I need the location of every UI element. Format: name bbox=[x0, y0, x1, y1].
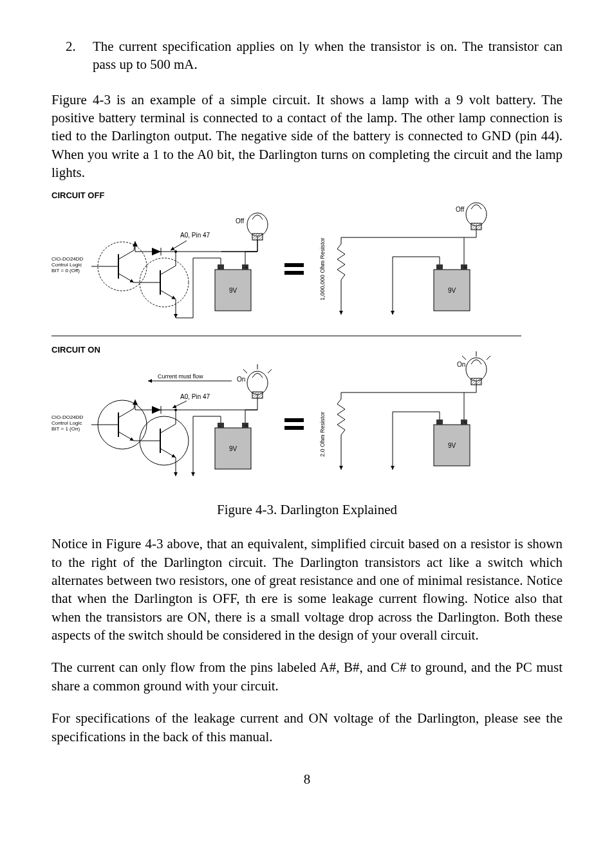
svg-line-56 bbox=[172, 401, 187, 408]
svg-line-64 bbox=[160, 448, 176, 457]
svg-rect-39 bbox=[284, 271, 304, 275]
paragraph-1: Figure 4-3 is an example of a simple cir… bbox=[51, 91, 563, 182]
svg-line-4 bbox=[118, 273, 134, 282]
svg-point-44 bbox=[466, 203, 487, 226]
lamp-off-right: Off bbox=[456, 203, 487, 230]
svg-line-0 bbox=[171, 241, 187, 250]
lamp-on-label-2: On bbox=[457, 361, 465, 368]
logic-on-l2: Control Logic bbox=[51, 420, 82, 426]
svg-rect-45 bbox=[471, 223, 481, 230]
list-number: 2. bbox=[66, 37, 93, 74]
paragraph-3: The current can only flow from the pins … bbox=[51, 658, 563, 695]
resistor-off-label: 1,000,000 Ohm Resistor bbox=[319, 238, 326, 301]
battery-v-4: 9V bbox=[448, 442, 456, 449]
svg-point-79 bbox=[247, 371, 268, 394]
list-text: The current specification applies on ly … bbox=[93, 37, 563, 74]
figure-svg: CIRCUIT OFF A0, Pin 47 bbox=[51, 189, 534, 492]
svg-text:-: - bbox=[438, 420, 440, 425]
battery-v-3: 9V bbox=[229, 445, 237, 452]
lamp-off-left: Off bbox=[236, 213, 268, 240]
svg-line-3 bbox=[118, 250, 134, 259]
equiv-circuit-off: 1,000,000 Ohm Resistor Off bbox=[319, 203, 487, 315]
svg-text:+: + bbox=[463, 420, 467, 425]
equals-sign-on bbox=[284, 418, 304, 430]
lamp-off-label-2: Off bbox=[456, 206, 464, 213]
battery-off-left: - + 9V bbox=[215, 264, 251, 311]
svg-rect-95 bbox=[284, 426, 304, 430]
circuit-off-section: CIRCUIT OFF A0, Pin 47 bbox=[51, 190, 487, 318]
paragraph-4: For specifications of the leakage curren… bbox=[51, 709, 563, 746]
svg-text:-: - bbox=[438, 264, 440, 270]
pin-label-off: A0, Pin 47 bbox=[180, 232, 210, 239]
svg-rect-101 bbox=[471, 378, 481, 385]
svg-rect-94 bbox=[284, 418, 304, 422]
paragraph-2: Notice in Figure 4-3 above, that an equi… bbox=[51, 535, 563, 644]
logic-off-l2: Control Logic bbox=[51, 262, 82, 268]
svg-line-59 bbox=[118, 409, 134, 418]
pin-label-on: A0, Pin 47 bbox=[180, 393, 210, 400]
page-number: 8 bbox=[51, 771, 563, 788]
svg-line-60 bbox=[118, 432, 134, 441]
current-flow-label: Current must flow bbox=[158, 373, 203, 380]
svg-rect-80 bbox=[252, 392, 263, 398]
battery-v-1: 9V bbox=[229, 287, 237, 294]
battery-on-right: - + 9V bbox=[434, 420, 470, 466]
logic-on-l1: CIO-DO24DD bbox=[51, 414, 84, 420]
lamp-on-right: On bbox=[457, 351, 490, 385]
lamp-on-left: On bbox=[237, 364, 272, 398]
svg-line-81 bbox=[243, 369, 247, 373]
lamp-off-label-1: Off bbox=[236, 217, 244, 225]
svg-text:-: - bbox=[219, 423, 221, 429]
svg-text:+: + bbox=[245, 423, 248, 429]
circuit-on-section: CIRCUIT ON Current must flow A0, Pin 47 bbox=[51, 345, 490, 476]
svg-rect-24 bbox=[252, 234, 263, 240]
page: 2. The current specification applies on … bbox=[0, 0, 614, 813]
svg-line-8 bbox=[160, 290, 176, 299]
logic-off-l3: BIT = 0 (Off) bbox=[51, 268, 80, 273]
svg-line-63 bbox=[160, 424, 176, 433]
list-item-2: 2. The current specification applies on … bbox=[51, 37, 563, 74]
battery-off-right: - + 9V bbox=[434, 264, 470, 311]
svg-marker-71 bbox=[152, 406, 161, 414]
circuit-on-title: CIRCUIT ON bbox=[51, 345, 100, 355]
svg-text:+: + bbox=[245, 264, 248, 270]
svg-line-7 bbox=[160, 266, 176, 275]
svg-marker-15 bbox=[152, 248, 161, 255]
svg-text:-: - bbox=[219, 264, 221, 270]
figure-4-3: CIRCUIT OFF A0, Pin 47 bbox=[51, 189, 563, 518]
battery-v-2: 9V bbox=[448, 287, 456, 294]
svg-line-82 bbox=[268, 369, 272, 373]
svg-point-100 bbox=[466, 358, 487, 381]
resistor-on-label: 2.0 Ohm Resistor bbox=[319, 412, 326, 457]
logic-on-l3: BIT = 1 (On) bbox=[51, 426, 80, 432]
svg-rect-38 bbox=[284, 263, 304, 267]
svg-text:+: + bbox=[463, 264, 467, 270]
lamp-on-label-1: On bbox=[237, 376, 245, 383]
logic-off-l1: CIO-DO24DD bbox=[51, 256, 84, 262]
svg-point-23 bbox=[247, 213, 268, 236]
circuit-off-title: CIRCUIT OFF bbox=[51, 190, 104, 200]
battery-on-left: - + 9V bbox=[215, 423, 251, 469]
svg-line-102 bbox=[462, 356, 466, 360]
equiv-circuit-on: 2.0 Ohm Resistor On bbox=[319, 351, 490, 470]
figure-caption: Figure 4-3. Darlington Explained bbox=[51, 502, 563, 518]
equals-sign-off bbox=[284, 263, 304, 275]
svg-line-103 bbox=[487, 356, 490, 360]
